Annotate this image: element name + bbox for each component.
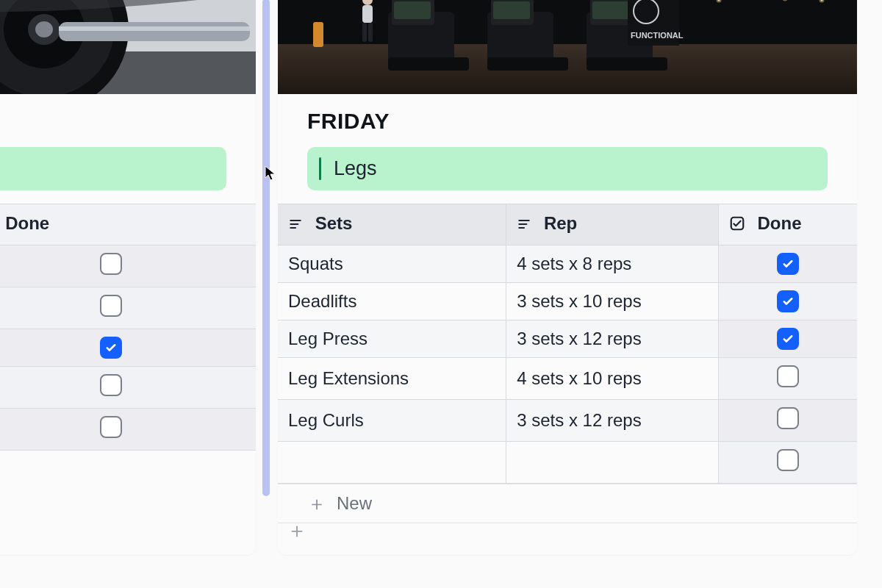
column-header-label: Done	[757, 213, 801, 233]
plus-icon: ＋	[307, 494, 326, 513]
table-row[interactable]: x 10 reps	[0, 367, 256, 409]
table-row[interactable]: x 10 reps	[0, 287, 256, 329]
svg-point-6	[35, 21, 53, 37]
card-hero-image: FUNCTIONAL E N	[278, 0, 857, 94]
cell-rep[interactable]	[506, 442, 719, 484]
cell-done[interactable]	[718, 442, 857, 484]
text-caret	[319, 157, 321, 180]
done-checkbox[interactable]	[777, 365, 799, 387]
cell-done[interactable]	[0, 287, 256, 329]
svg-point-17	[784, 0, 787, 1]
column-header-label: Rep	[544, 213, 577, 233]
svg-text:FUNCTIONAL: FUNCTIONAL	[631, 31, 684, 40]
cell-sets[interactable]: Leg Curls	[278, 400, 506, 442]
text-column-icon	[288, 215, 303, 236]
table-row[interactable]: Squats4 sets x 8 reps	[278, 245, 857, 283]
add-row-button[interactable]: ＋ New	[278, 484, 857, 523]
column-header-label: Done	[5, 213, 49, 233]
cell-sets[interactable]: Leg Extensions	[278, 358, 506, 400]
column-header-label: Sets	[315, 213, 353, 233]
cell-done[interactable]	[718, 400, 857, 442]
cell-done[interactable]	[718, 283, 857, 320]
svg-rect-26	[487, 57, 568, 71]
cell-done[interactable]	[718, 358, 857, 400]
cell-rep[interactable]: 3 sets x 10 reps	[506, 283, 719, 320]
svg-rect-38	[368, 23, 373, 42]
cell-done[interactable]	[718, 320, 857, 358]
horizontal-board-scrollbar-thumb[interactable]	[262, 0, 270, 496]
svg-rect-21	[394, 1, 431, 19]
cell-sets[interactable]: Deadlifts	[278, 283, 506, 320]
table-row[interactable]: Leg Extensions4 sets x 10 reps	[278, 358, 857, 400]
column-header-done[interactable]: Done	[718, 204, 857, 245]
plus-icon: ＋	[287, 519, 307, 542]
cell-done[interactable]	[0, 409, 256, 451]
done-checkbox[interactable]	[100, 295, 122, 317]
column-header-sets[interactable]: Sets	[278, 204, 506, 245]
svg-rect-29	[592, 1, 629, 19]
card-hero-image	[0, 0, 256, 94]
table-row[interactable]: Leg Curls3 sets x 12 reps	[278, 400, 857, 442]
column-header-rep[interactable]: Rep	[506, 204, 719, 245]
cell-rep[interactable]: 4 sets x 10 reps	[506, 358, 719, 400]
done-checkbox[interactable]	[100, 253, 122, 275]
cell-rep[interactable]: 3 sets x 12 reps	[506, 400, 719, 442]
text-column-icon	[517, 215, 531, 236]
mouse-cursor-icon	[265, 165, 276, 182]
cell-sets[interactable]: Squats	[278, 245, 506, 283]
routine-pill[interactable]	[0, 147, 226, 190]
day-title	[0, 94, 256, 147]
table-row[interactable]: x 12 reps	[0, 409, 256, 451]
cell-done[interactable]	[0, 329, 256, 367]
done-checkbox[interactable]	[777, 407, 799, 429]
svg-rect-7	[59, 22, 250, 41]
svg-rect-37	[362, 23, 367, 42]
table-row[interactable]: x 12 reps	[0, 329, 256, 367]
column-header-done[interactable]: Done	[0, 204, 256, 245]
table-row[interactable]: x 8 reps	[0, 245, 256, 287]
svg-text:E N: E N	[807, 0, 857, 4]
done-checkbox[interactable]	[100, 416, 122, 438]
done-checkbox[interactable]	[100, 374, 122, 396]
workout-card-friday: FUNCTIONAL E N FRIDAY Legs	[278, 0, 857, 555]
done-checkbox[interactable]	[777, 253, 799, 275]
day-title: FRIDAY	[278, 94, 857, 147]
add-block-button[interactable]: ＋	[287, 517, 307, 545]
exercise-table: Sets Rep Done Squ	[278, 204, 857, 484]
cell-rep[interactable]: 4 sets x 8 reps	[506, 245, 719, 283]
svg-rect-39	[313, 22, 323, 47]
done-checkbox[interactable]	[100, 337, 122, 359]
svg-rect-22	[388, 57, 469, 71]
done-checkbox[interactable]	[777, 449, 799, 471]
routine-name: Legs	[334, 157, 377, 179]
cell-sets[interactable]: Leg Press	[278, 320, 506, 358]
cell-done[interactable]	[0, 367, 256, 409]
routine-pill[interactable]: Legs	[307, 147, 828, 190]
svg-rect-8	[59, 26, 250, 31]
svg-rect-36	[362, 5, 373, 23]
workout-card-previous: p Done x 8 repsx 10 repsx 12 repsx 10 re…	[0, 0, 256, 555]
svg-rect-25	[493, 1, 530, 19]
table-row[interactable]: Leg Press3 sets x 12 reps	[278, 320, 857, 358]
cell-done[interactable]	[718, 245, 857, 283]
cell-sets[interactable]	[278, 442, 506, 484]
done-checkbox[interactable]	[777, 290, 799, 312]
checkbox-column-icon	[729, 215, 745, 236]
svg-point-15	[717, 0, 721, 2]
svg-rect-30	[587, 57, 667, 71]
table-row[interactable]: Deadlifts3 sets x 10 reps	[278, 283, 857, 320]
done-checkbox[interactable]	[777, 328, 799, 350]
add-row-label: New	[337, 493, 372, 514]
cell-done[interactable]	[0, 245, 256, 287]
table-row[interactable]	[278, 442, 857, 484]
exercise-table: p Done x 8 repsx 10 repsx 12 repsx 10 re…	[0, 204, 256, 451]
cell-rep[interactable]: 3 sets x 12 reps	[506, 320, 719, 358]
